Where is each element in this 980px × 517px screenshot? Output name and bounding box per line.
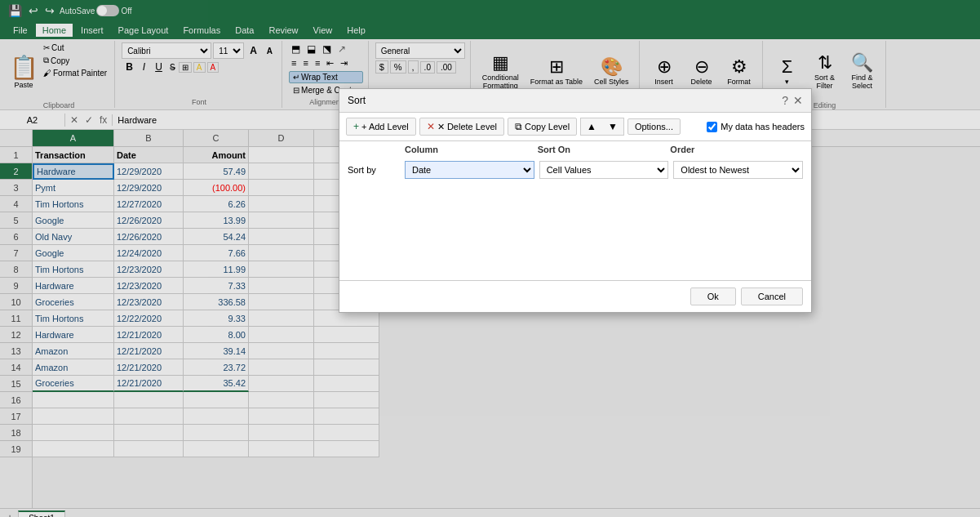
column-header: Column (405, 145, 538, 154)
add-icon: + (353, 121, 359, 132)
dialog-footer: Ok Cancel (339, 280, 811, 312)
copy-level-button[interactable]: ⧉ Copy Level (508, 118, 577, 136)
sort-dialog: Sort ? ✕ + + Add Level ✕ ✕ Delete Level … (339, 88, 812, 313)
delete-level-label: ✕ Delete Level (437, 122, 497, 132)
move-level-buttons: ▲ ▼ (580, 118, 624, 136)
dialog-toolbar: + + Add Level ✕ ✕ Delete Level ⧉ Copy Le… (339, 113, 811, 141)
my-data-headers-checkbox[interactable] (707, 122, 717, 132)
dialog-title-text: Sort (348, 95, 366, 106)
order-header: Order (670, 145, 803, 154)
options-button[interactable]: Options... (627, 118, 681, 135)
sort-on-header: Sort On (538, 145, 671, 154)
add-level-button[interactable]: + + Add Level (346, 118, 416, 136)
dialog-title-buttons: ? ✕ (782, 94, 803, 107)
order-select[interactable]: Oldest to Newest Newest to Oldest Custom… (673, 161, 803, 179)
copy-level-icon: ⧉ (515, 121, 522, 132)
dialog-title-bar: Sort ? ✕ (339, 89, 811, 113)
dialog-overlay: Sort ? ✕ + + Add Level ✕ ✕ Delete Level … (0, 0, 980, 517)
sort-by-label: Sort by (348, 165, 400, 175)
dialog-close-button[interactable]: ✕ (793, 94, 803, 107)
delete-x-icon: ✕ (427, 121, 435, 132)
sort-on-select[interactable]: Cell Values Cell Color Font Color Cell I… (539, 161, 669, 179)
ok-button[interactable]: Ok (690, 287, 736, 305)
my-data-headers-text: My data has headers (721, 122, 805, 131)
copy-level-label: Copy Level (525, 122, 570, 131)
sort-dialog-body (339, 182, 811, 280)
move-down-button[interactable]: ▼ (603, 119, 623, 134)
dialog-help-button[interactable]: ? (782, 94, 788, 107)
cancel-button[interactable]: Cancel (741, 287, 803, 305)
column-select[interactable]: Date Transaction Amount (405, 161, 534, 179)
column-header-spacer (348, 145, 405, 154)
move-up-button[interactable]: ▲ (582, 119, 601, 134)
my-data-headers-label[interactable]: My data has headers (707, 122, 805, 132)
sort-level-row: Sort by Date Transaction Amount Cell Val… (339, 158, 811, 182)
add-level-label: + Add Level (361, 122, 409, 131)
delete-level-button[interactable]: ✕ ✕ Delete Level (419, 118, 504, 136)
sort-column-headers: Column Sort On Order (339, 141, 811, 158)
